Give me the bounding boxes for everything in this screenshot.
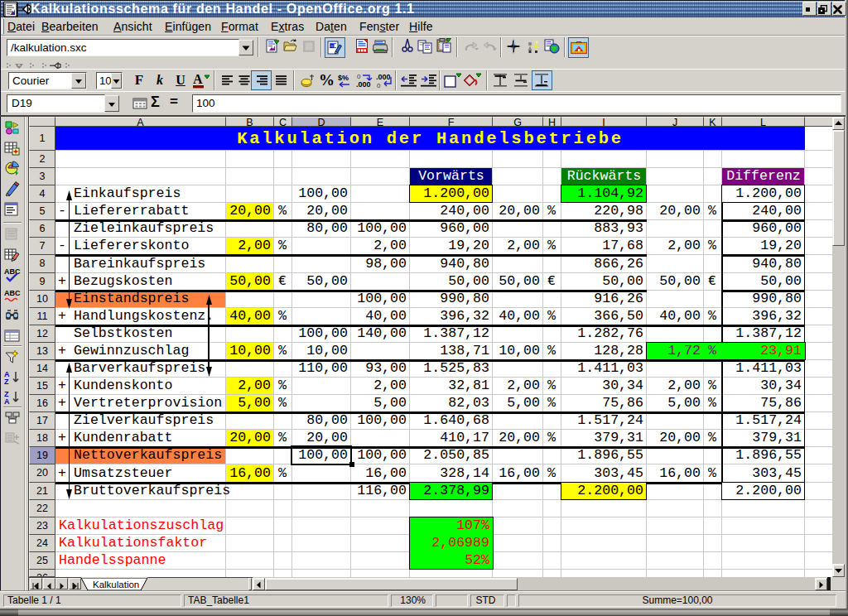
svg-text:Kalkulation: Kalkulation	[93, 580, 139, 590]
svg-text:$%: $%	[338, 74, 349, 82]
svg-text:A: A	[193, 72, 203, 86]
svg-text:ABC: ABC	[4, 267, 21, 276]
svg-text:0: 0	[377, 82, 381, 89]
svg-text:.000: .000	[376, 73, 391, 81]
svg-text:.000: .000	[356, 80, 371, 89]
svg-text:A: A	[4, 397, 10, 405]
svg-text:0: 0	[357, 73, 361, 80]
svg-text:Z: Z	[4, 378, 9, 385]
svg-text:ABC: ABC	[4, 289, 21, 297]
